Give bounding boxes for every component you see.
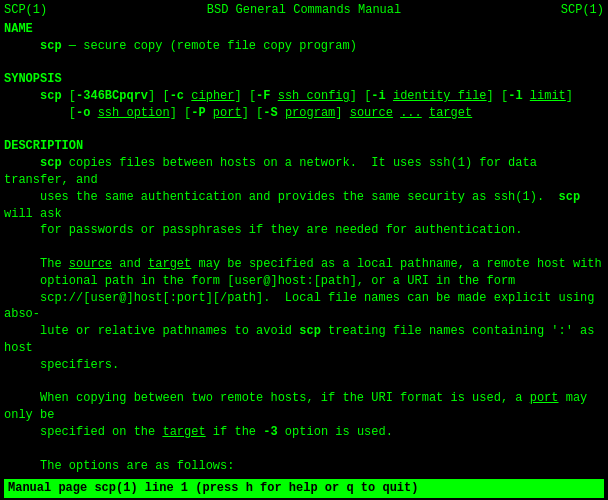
man-page-header: SCP(1) BSD General Commands Manual SCP(1… xyxy=(4,2,604,19)
synopsis-line-1: scp [-346BCpqrv] [-c cipher] [-F ssh_con… xyxy=(4,88,604,105)
description-p1-line3: for passwords or passphrases if they are… xyxy=(4,222,604,239)
blank-5 xyxy=(4,441,604,458)
man-page-content: NAME scp — secure copy (remote file copy… xyxy=(4,21,604,479)
description-section-header: DESCRIPTION xyxy=(4,138,604,155)
description-p3-line1: When copying between two remote hosts, i… xyxy=(4,390,604,424)
terminal-window: SCP(1) BSD General Commands Manual SCP(1… xyxy=(0,0,608,500)
name-section-body: scp — secure copy (remote file copy prog… xyxy=(4,38,604,55)
description-p2-line2: optional path in the form [user@]host:[p… xyxy=(4,273,604,290)
description-p2-line1: The source and target may be specified a… xyxy=(4,256,604,273)
description-p1-line1: scp copies files between hosts on a netw… xyxy=(4,155,604,189)
description-p1-line2: uses the same authentication and provide… xyxy=(4,189,604,223)
blank-2 xyxy=(4,122,604,139)
description-p2-line5: specifiers. xyxy=(4,357,604,374)
status-bar: Manual page scp(1) line 1 (press h for h… xyxy=(4,479,604,498)
name-section-header: NAME xyxy=(4,21,604,38)
header-right: SCP(1) xyxy=(561,2,604,19)
blank-3 xyxy=(4,239,604,256)
header-center: BSD General Commands Manual xyxy=(207,2,401,19)
description-p4: The options are as follows: xyxy=(4,458,604,475)
description-p3-line2: specified on the target if the -3 option… xyxy=(4,424,604,441)
synopsis-section-header: SYNOPSIS xyxy=(4,71,604,88)
description-p2-line4: lute or relative pathnames to avoid scp … xyxy=(4,323,604,357)
blank-4 xyxy=(4,374,604,391)
description-p2-line3: scp://[user@]host[:port][/path]. Local f… xyxy=(4,290,604,324)
synopsis-line-2: [-o ssh_option] [-P port] [-S program] s… xyxy=(4,105,604,122)
header-left: SCP(1) xyxy=(4,2,47,19)
blank-1 xyxy=(4,54,604,71)
